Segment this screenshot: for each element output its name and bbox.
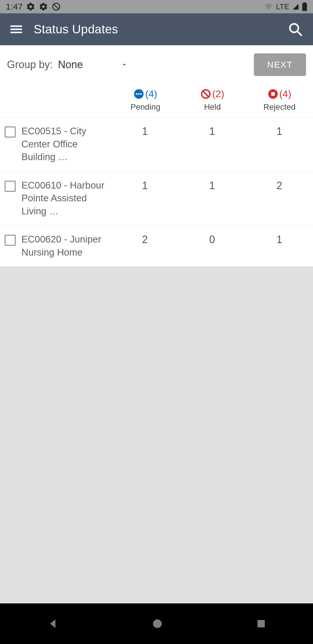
row-pending: 1 bbox=[111, 125, 179, 138]
rejected-count: (4) bbox=[279, 88, 292, 100]
svg-point-17 bbox=[153, 619, 162, 628]
row-held: 0 bbox=[179, 233, 246, 246]
dropdown-caret-icon bbox=[121, 61, 128, 68]
signal-icon bbox=[292, 3, 299, 10]
app-bar: Status Updates bbox=[0, 13, 313, 45]
row-rejected: 1 bbox=[246, 125, 313, 138]
svg-rect-6 bbox=[10, 32, 22, 33]
held-header[interactable]: (2) Held bbox=[179, 88, 246, 112]
system-status-bar: 1:47 LTE bbox=[0, 0, 313, 13]
status-header-row: (4) Pending (2) Held (4) Rejected bbox=[0, 83, 313, 117]
svg-line-1 bbox=[54, 4, 59, 10]
search-icon[interactable] bbox=[288, 22, 303, 37]
svg-line-14 bbox=[203, 91, 209, 97]
row-checkbox[interactable] bbox=[5, 235, 16, 246]
page-title: Status Updates bbox=[34, 22, 118, 36]
settings-gear-icon bbox=[26, 2, 35, 11]
svg-rect-16 bbox=[271, 92, 275, 96]
wifi-icon bbox=[264, 3, 273, 10]
rejected-header[interactable]: (4) Rejected bbox=[246, 88, 313, 112]
svg-rect-18 bbox=[258, 620, 265, 627]
svg-rect-4 bbox=[10, 26, 22, 27]
row-name: EC00515 - City Center Office Building … bbox=[21, 125, 111, 164]
row-rejected: 2 bbox=[246, 179, 313, 192]
system-nav-bar bbox=[0, 603, 313, 644]
row-checkbox[interactable] bbox=[5, 126, 16, 138]
table-row[interactable]: EC00610 - Harbour Pointe Assisted Living… bbox=[0, 171, 313, 226]
held-label: Held bbox=[204, 102, 221, 112]
svg-point-12 bbox=[140, 93, 142, 95]
next-button-label: NEXT bbox=[267, 60, 293, 69]
rejected-label: Rejected bbox=[263, 102, 296, 112]
pending-count: (4) bbox=[145, 88, 157, 100]
next-button[interactable]: NEXT bbox=[254, 53, 306, 76]
recent-button[interactable] bbox=[256, 618, 267, 629]
svg-line-8 bbox=[297, 31, 301, 35]
held-count: (2) bbox=[212, 88, 224, 100]
row-pending: 2 bbox=[111, 233, 179, 246]
pending-icon bbox=[134, 89, 144, 99]
network-type: LTE bbox=[276, 2, 289, 11]
svg-point-10 bbox=[136, 93, 137, 95]
battery-icon bbox=[302, 2, 307, 11]
svg-rect-2 bbox=[302, 3, 307, 11]
table-row[interactable]: EC00620 - Juniper Nursing Home 2 0 1 bbox=[0, 225, 313, 267]
pending-label: Pending bbox=[130, 102, 160, 112]
back-button[interactable] bbox=[46, 617, 59, 630]
row-name: EC00610 - Harbour Pointe Assisted Living… bbox=[21, 179, 111, 218]
svg-point-11 bbox=[138, 93, 139, 95]
table-row[interactable]: EC00515 - City Center Office Building … … bbox=[0, 117, 313, 171]
svg-rect-3 bbox=[303, 2, 306, 3]
filter-bar: Group by: None NEXT bbox=[0, 45, 313, 83]
row-rejected: 1 bbox=[246, 233, 313, 246]
row-held: 1 bbox=[179, 179, 246, 192]
job-list: EC00515 - City Center Office Building … … bbox=[0, 117, 313, 267]
groupby-value: None bbox=[58, 59, 83, 71]
status-time: 1:47 bbox=[6, 2, 23, 12]
empty-area bbox=[0, 267, 313, 603]
svg-rect-5 bbox=[10, 29, 22, 30]
held-icon bbox=[201, 89, 211, 99]
groupby-label: Group by: bbox=[7, 59, 53, 71]
row-pending: 1 bbox=[111, 179, 179, 192]
menu-icon[interactable] bbox=[10, 23, 22, 35]
row-checkbox[interactable] bbox=[5, 181, 16, 192]
pending-header[interactable]: (4) Pending bbox=[112, 88, 179, 112]
rejected-icon bbox=[268, 89, 278, 99]
row-held: 1 bbox=[179, 125, 246, 138]
row-name: EC00620 - Juniper Nursing Home bbox=[21, 233, 111, 259]
home-button[interactable] bbox=[152, 618, 163, 629]
groupby-dropdown[interactable]: None bbox=[58, 59, 254, 71]
settings-gear-icon-2 bbox=[39, 2, 48, 11]
do-not-disturb-icon bbox=[52, 2, 61, 11]
